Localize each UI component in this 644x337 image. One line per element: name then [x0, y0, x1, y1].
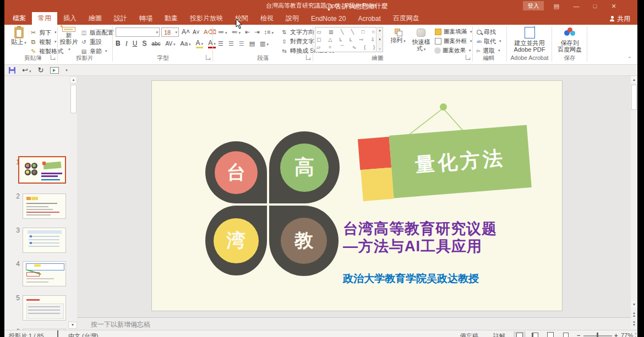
tab-home[interactable]: 常用: [32, 12, 57, 25]
tab-file[interactable]: 檔案: [7, 12, 32, 25]
zoom-level[interactable]: 77%: [621, 332, 633, 337]
paragraph-dialog-launcher[interactable]: [306, 55, 311, 60]
shape-effects-button[interactable]: 圖案效果: [435, 46, 471, 55]
cut-button[interactable]: ✂ 剪下: [30, 28, 57, 37]
align-text-button[interactable]: ⇳ 對齊文字: [281, 37, 320, 46]
zoom-in-button[interactable]: +: [614, 332, 618, 337]
language-indicator[interactable]: 中文 (台灣): [68, 332, 98, 337]
save-to-baidu-button[interactable]: 保存到 百度网盘: [554, 27, 586, 53]
thumbnail-scrollbar[interactable]: [70, 76, 77, 330]
shape-fill-button[interactable]: 圖案填滿: [435, 27, 472, 36]
align-center-button[interactable]: ☰: [228, 40, 234, 47]
thumbnail-scroll-down-button[interactable]: ▼: [68, 322, 77, 329]
shapes-gallery[interactable]: ▭▥╲╲□○ ▢△LL⇨⇩ ▱✧⌒∿{}: [315, 27, 376, 52]
strikethrough-button[interactable]: abc: [151, 41, 160, 47]
scroll-down-arrow-icon[interactable]: ▼: [631, 301, 637, 308]
slide-thumbnail-5[interactable]: [23, 295, 66, 321]
highlight-color-button[interactable]: A: [196, 39, 204, 48]
select-button[interactable]: ▻ 選取: [477, 46, 500, 55]
slide-thumbnail-3[interactable]: [23, 228, 66, 253]
tab-slideshow[interactable]: 投影片放映: [184, 12, 229, 25]
decrease-indent-button[interactable]: ⇤: [245, 29, 250, 36]
slide-canvas[interactable]: 台 高 湾 教 量化方法 台湾高等教育研究议题 —方法与AI工具应用 政治大学教…: [151, 80, 563, 311]
paste-button[interactable]: 貼上: [10, 27, 28, 53]
share-button[interactable]: 共用: [610, 13, 630, 25]
grow-font-button[interactable]: A˄: [182, 27, 190, 36]
change-case-button[interactable]: Aa: [181, 40, 191, 47]
tab-design[interactable]: 設計: [108, 12, 133, 25]
zoom-out-button[interactable]: −: [577, 332, 580, 337]
arrange-button[interactable]: 排列: [388, 27, 408, 53]
save-button[interactable]: [9, 67, 15, 74]
spellcheck-icon[interactable]: [57, 330, 58, 337]
quick-styles-button[interactable]: 快速樣式: [410, 27, 433, 53]
character-spacing-button[interactable]: AV: [165, 41, 175, 47]
replace-button[interactable]: ab 取代: [477, 37, 501, 46]
previous-slide-button[interactable]: ▲▲: [631, 311, 637, 319]
sign-in-button[interactable]: 登入: [523, 1, 544, 10]
font-size-combo[interactable]: 18 ▾: [161, 27, 179, 37]
maximize-button[interactable]: □: [588, 1, 602, 11]
tab-view[interactable]: 檢視: [254, 12, 280, 25]
notes-toggle-button[interactable]: 備忘稿: [460, 332, 478, 337]
vertical-scrollbar-thumb[interactable]: [631, 85, 637, 110]
find-button[interactable]: 尋找: [477, 27, 496, 36]
underline-button[interactable]: U: [133, 40, 138, 47]
thumbnail-scroll-up-arrow-icon[interactable]: ▲: [70, 76, 77, 84]
slideshow-view-button[interactable]: [560, 332, 572, 337]
reset-button[interactable]: ↺ 重設: [80, 37, 102, 46]
bold-button[interactable]: B: [116, 40, 121, 47]
slide-thumbnail-2[interactable]: [23, 194, 66, 219]
align-left-button[interactable]: ☰: [218, 40, 223, 47]
clipboard-dialog-launcher[interactable]: [51, 55, 56, 60]
tab-transitions[interactable]: 轉場: [133, 12, 159, 25]
shrink-font-button[interactable]: A˅: [193, 27, 200, 36]
thumbnail-scrollbar-thumb[interactable]: [70, 85, 77, 113]
scroll-up-arrow-icon[interactable]: ▲: [631, 76, 637, 84]
drawing-dialog-launcher[interactable]: [466, 55, 471, 60]
tab-endnote[interactable]: EndNote 20: [305, 12, 352, 25]
line-spacing-button[interactable]: ↕≡: [264, 29, 273, 35]
tab-baidu[interactable]: 百度网盘: [387, 12, 425, 25]
bullets-button[interactable]: ≔: [218, 29, 227, 36]
comments-toggle-button[interactable]: 註解: [493, 332, 505, 337]
layout-button[interactable]: ◫ 版面配置: [80, 28, 119, 37]
shapes-gallery-scroll[interactable]: ▲▼▿: [377, 27, 383, 52]
customize-qat-button[interactable]: ▾: [66, 68, 68, 73]
close-button[interactable]: ✕: [607, 1, 621, 11]
fit-slide-to-window-icon[interactable]: ⛶: [635, 332, 637, 337]
italic-button[interactable]: I: [125, 40, 128, 48]
start-slideshow-button[interactable]: [50, 67, 59, 74]
ribbon-display-options-icon[interactable]: ▤: [549, 1, 564, 11]
font-color-button[interactable]: A: [208, 39, 216, 48]
notes-pane[interactable]: 按一下以新增備忘稿: [77, 317, 631, 330]
normal-view-button[interactable]: [514, 332, 526, 337]
minimize-button[interactable]: —: [569, 1, 583, 11]
columns-button[interactable]: ▥: [260, 40, 269, 47]
vertical-scrollbar[interactable]: [631, 76, 637, 330]
copy-button[interactable]: ⧉ 複製: [30, 37, 57, 46]
slide-thumbnail-4[interactable]: [23, 261, 66, 286]
align-right-button[interactable]: ☰: [239, 40, 244, 47]
font-name-combo[interactable]: ▾: [116, 27, 160, 37]
shape-outline-button[interactable]: 圖案外框: [435, 37, 472, 46]
zoom-slider-thumb[interactable]: [597, 333, 598, 337]
redo-button[interactable]: ↻: [37, 66, 43, 74]
font-dialog-launcher[interactable]: [206, 55, 211, 60]
reading-view-button[interactable]: [544, 332, 556, 337]
create-share-adobe-pdf-button[interactable]: 建立並共用 Adobe PDF: [509, 27, 550, 53]
slide-sorter-view-button[interactable]: [529, 332, 541, 337]
tell-me-box[interactable]: 告訴我您想做什麼: [326, 0, 388, 13]
tab-draw[interactable]: 繪圖: [83, 12, 108, 25]
new-slide-button[interactable]: 新 投影片: [58, 27, 79, 53]
collapse-ribbon-button[interactable]: ⌃: [627, 56, 632, 62]
next-slide-button[interactable]: ▼▼: [631, 320, 637, 328]
increase-indent-button[interactable]: ⇥: [254, 29, 259, 36]
text-shadow-button[interactable]: S: [142, 40, 146, 47]
slide-thumbnail-1[interactable]: [18, 156, 66, 184]
text-direction-button[interactable]: ⇅ 文字方向: [281, 27, 320, 36]
tab-help[interactable]: 說明: [280, 12, 305, 25]
undo-button[interactable]: ↩: [22, 66, 31, 74]
justify-button[interactable]: ▤: [249, 40, 255, 47]
tab-acrobat[interactable]: Acrobat: [352, 12, 386, 25]
